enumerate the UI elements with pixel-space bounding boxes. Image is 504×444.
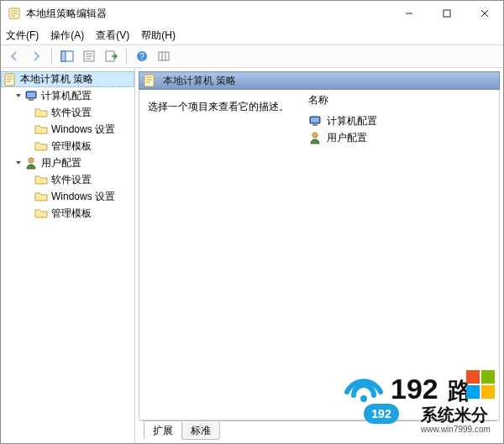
tabs: 扩展 标准: [139, 421, 500, 440]
folder-icon: [34, 106, 48, 119]
tree-windows-settings[interactable]: Windows 设置: [1, 188, 134, 205]
content-list[interactable]: 名称 计算机配置 用户配置: [303, 90, 499, 420]
list-item-computer[interactable]: 计算机配置: [308, 112, 494, 129]
window-title: 本地组策略编辑器: [26, 7, 390, 21]
tree-label: Windows 设置: [51, 190, 115, 204]
tab-extended[interactable]: 扩展: [144, 422, 182, 440]
svg-rect-18: [311, 118, 319, 123]
column-header-name[interactable]: 名称: [308, 93, 494, 107]
folder-icon: [34, 190, 48, 203]
export-list-button[interactable]: [101, 47, 121, 65]
svg-rect-19: [312, 124, 318, 126]
content-header: 本地计算机 策略: [139, 71, 500, 90]
properties-button[interactable]: [79, 47, 99, 65]
svg-rect-3: [61, 51, 66, 61]
tree-software-settings[interactable]: 软件设置: [1, 171, 134, 188]
tree-root[interactable]: 本地计算机 策略: [1, 71, 134, 87]
collapse-icon[interactable]: [13, 90, 24, 102]
toolbar-separator: [126, 49, 127, 64]
tree-label: 软件设置: [51, 173, 92, 187]
tree-label: 管理模板: [51, 206, 92, 221]
description-text: 选择一个项目来查看它的描述。: [139, 90, 303, 420]
tree-admin-templates[interactable]: 管理模板: [1, 205, 134, 222]
computer-icon: [24, 89, 38, 102]
content-pane: 本地计算机 策略 选择一个项目来查看它的描述。 名称 计算机配置: [135, 68, 503, 443]
policy-doc-icon: [3, 73, 17, 86]
list-item-user[interactable]: 用户配置: [308, 129, 494, 146]
svg-point-15: [29, 158, 34, 163]
folder-icon: [34, 123, 48, 136]
svg-rect-10: [165, 52, 166, 60]
svg-rect-16: [144, 75, 154, 86]
svg-rect-9: [162, 52, 163, 60]
folder-icon: [34, 173, 48, 186]
svg-rect-1: [444, 10, 450, 17]
folder-icon: [34, 139, 48, 153]
tree-label: 软件设置: [51, 106, 92, 120]
list-item-label: 用户配置: [327, 131, 367, 145]
tree-label: Windows 设置: [51, 123, 115, 137]
toolbar: ?: [1, 44, 503, 68]
user-icon: [24, 156, 38, 170]
titlebar: 本地组策略编辑器: [1, 1, 503, 26]
tree-label: 管理模板: [51, 139, 92, 154]
menubar: 文件(F) 操作(A) 查看(V) 帮助(H): [1, 26, 503, 44]
svg-text:?: ?: [139, 52, 144, 61]
help-button[interactable]: ?: [132, 47, 152, 65]
svg-rect-11: [5, 74, 14, 86]
menu-view[interactable]: 查看(V): [96, 29, 129, 43]
tree-pane[interactable]: 本地计算机 策略 计算机配置: [1, 68, 135, 443]
toolbar-separator: [51, 49, 52, 64]
back-button: [4, 47, 24, 65]
tree-software-settings[interactable]: 软件设置: [1, 104, 134, 121]
folder-icon: [34, 206, 48, 220]
svg-rect-8: [159, 52, 169, 60]
tree-label: 用户配置: [41, 156, 81, 170]
svg-rect-13: [27, 92, 35, 97]
svg-point-20: [312, 133, 318, 138]
collapse-icon[interactable]: [13, 157, 24, 169]
close-button[interactable]: [465, 1, 503, 26]
app-icon: [8, 7, 21, 20]
tree-label: 计算机配置: [41, 89, 92, 103]
svg-rect-14: [29, 99, 34, 101]
policy-doc-icon: [143, 74, 156, 87]
show-hide-tree-button[interactable]: [57, 47, 77, 65]
tree-admin-templates[interactable]: 管理模板: [1, 138, 134, 154]
computer-icon: [308, 114, 322, 128]
list-item-label: 计算机配置: [327, 114, 377, 128]
menu-help[interactable]: 帮助(H): [141, 29, 176, 43]
menu-action[interactable]: 操作(A): [50, 29, 84, 43]
tab-standard[interactable]: 标准: [181, 422, 220, 440]
filter-button[interactable]: [154, 47, 174, 65]
forward-button: [26, 47, 46, 65]
user-icon: [308, 131, 322, 144]
menu-file[interactable]: 文件(F): [6, 29, 39, 43]
tree-user-config[interactable]: 用户配置: [1, 154, 134, 171]
content-header-title: 本地计算机 策略: [163, 74, 236, 88]
tree-windows-settings[interactable]: Windows 设置: [1, 121, 134, 138]
maximize-button[interactable]: [428, 1, 465, 26]
tree-computer-config[interactable]: 计算机配置: [1, 87, 134, 104]
minimize-button[interactable]: [390, 1, 428, 26]
tree-root-label: 本地计算机 策略: [20, 72, 93, 86]
